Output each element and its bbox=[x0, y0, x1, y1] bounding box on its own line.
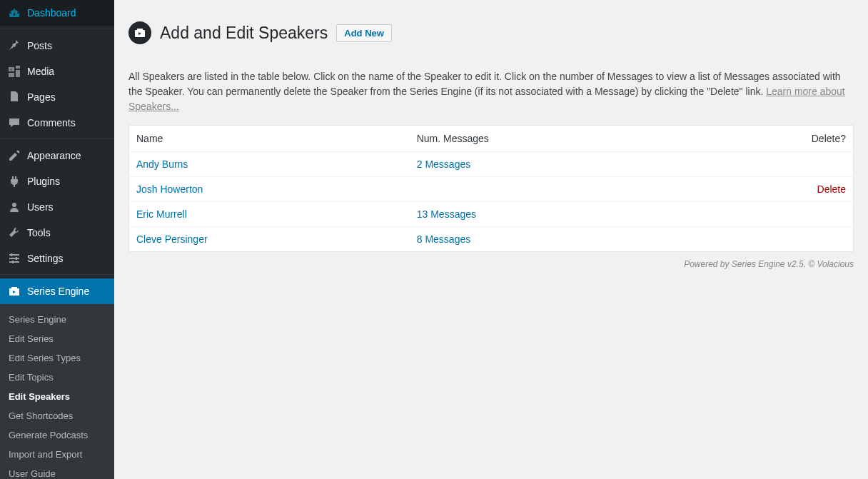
submenu-edit-speakers[interactable]: Edit Speakers bbox=[0, 387, 114, 406]
sidebar-item-label: Media bbox=[27, 66, 54, 77]
submenu-generate-podcasts[interactable]: Generate Podcasts bbox=[0, 425, 114, 445]
sidebar-item-media[interactable]: Media bbox=[0, 59, 114, 84]
speakers-table: Name Num. Messages Delete? Andy Burns 2 … bbox=[128, 125, 854, 252]
comments-icon bbox=[7, 116, 21, 130]
pages-icon bbox=[7, 90, 21, 104]
plugins-icon bbox=[7, 174, 21, 188]
table-row: Eric Murrell 13 Messages bbox=[129, 202, 854, 227]
main-content: Add and Edit Speakers Add New All Speake… bbox=[114, 0, 868, 479]
sidebar-item-comments[interactable]: Comments bbox=[0, 110, 114, 136]
speaker-name-link[interactable]: Josh Howerton bbox=[136, 183, 203, 195]
submenu-edit-series[interactable]: Edit Series bbox=[0, 329, 114, 348]
svg-rect-4 bbox=[11, 253, 12, 256]
sidebar-item-tools[interactable]: Tools bbox=[0, 220, 114, 246]
sidebar-item-appearance[interactable]: Appearance bbox=[0, 143, 114, 168]
submenu-series-engine[interactable]: Series Engine bbox=[0, 310, 114, 329]
submenu-edit-topics[interactable]: Edit Topics bbox=[0, 368, 114, 387]
sidebar-separator bbox=[0, 136, 114, 139]
sidebar-item-label: Users bbox=[27, 201, 54, 213]
sidebar-item-label: Appearance bbox=[27, 150, 81, 161]
sidebar-item-series-engine[interactable]: Series Engine bbox=[0, 278, 114, 304]
sidebar-item-label: Plugins bbox=[27, 176, 60, 187]
sidebar-item-pages[interactable]: Pages bbox=[0, 84, 114, 110]
sidebar-item-label: Posts bbox=[27, 40, 52, 51]
table-row: Josh Howerton Delete bbox=[129, 177, 854, 202]
footer-credit: Powered by Series Engine v2.5, © Volacio… bbox=[128, 259, 854, 269]
table-header-name: Name bbox=[129, 126, 410, 152]
sidebar-item-label: Pages bbox=[27, 91, 56, 103]
speaker-name-link[interactable]: Eric Murrell bbox=[136, 208, 187, 220]
add-new-button[interactable]: Add New bbox=[336, 24, 392, 42]
users-icon bbox=[7, 200, 21, 214]
description-text: All Speakers are listed in the table bel… bbox=[128, 71, 841, 97]
submenu-user-guide[interactable]: User Guide bbox=[0, 464, 114, 479]
tools-icon bbox=[7, 226, 21, 240]
admin-sidebar: Dashboard Posts Media Pages Comments App… bbox=[0, 0, 114, 479]
sidebar-separator bbox=[0, 26, 114, 29]
series-engine-icon bbox=[7, 284, 21, 298]
pin-icon bbox=[7, 39, 21, 53]
submenu-get-shortcodes[interactable]: Get Shortcodes bbox=[0, 406, 114, 425]
series-engine-header-icon bbox=[128, 21, 151, 44]
submenu-edit-series-types[interactable]: Edit Series Types bbox=[0, 348, 114, 368]
media-icon bbox=[7, 64, 21, 79]
table-header-row: Name Num. Messages Delete? bbox=[129, 126, 854, 152]
sidebar-item-dashboard[interactable]: Dashboard bbox=[0, 0, 114, 26]
page-header: Add and Edit Speakers Add New bbox=[128, 7, 854, 55]
table-header-messages: Num. Messages bbox=[410, 126, 693, 152]
delete-link[interactable]: Delete bbox=[817, 183, 846, 195]
svg-rect-8 bbox=[11, 287, 17, 288]
speaker-name-link[interactable]: Cleve Persinger bbox=[136, 233, 208, 245]
dashboard-icon bbox=[7, 6, 21, 20]
sidebar-item-label: Series Engine bbox=[27, 286, 89, 297]
page-title: Add and Edit Speakers bbox=[160, 24, 328, 43]
svg-point-0 bbox=[12, 203, 16, 207]
svg-rect-3 bbox=[9, 261, 19, 263]
table-row: Cleve Persinger 8 Messages bbox=[129, 227, 854, 252]
sidebar-item-settings[interactable]: Settings bbox=[0, 246, 114, 271]
sidebar-item-label: Comments bbox=[27, 117, 76, 128]
table-row: Andy Burns 2 Messages bbox=[129, 152, 854, 177]
submenu-import-export[interactable]: Import and Export bbox=[0, 445, 114, 464]
messages-count-link[interactable]: 13 Messages bbox=[417, 208, 476, 220]
speaker-name-link[interactable]: Andy Burns bbox=[136, 158, 188, 170]
sidebar-item-plugins[interactable]: Plugins bbox=[0, 168, 114, 194]
sidebar-separator bbox=[0, 271, 114, 275]
svg-rect-5 bbox=[16, 257, 17, 260]
sidebar-item-label: Tools bbox=[27, 227, 51, 238]
svg-rect-2 bbox=[9, 258, 19, 259]
sidebar-item-users[interactable]: Users bbox=[0, 194, 114, 220]
messages-count-link[interactable]: 2 Messages bbox=[417, 158, 470, 170]
svg-rect-6 bbox=[12, 261, 14, 263]
appearance-icon bbox=[7, 148, 21, 163]
page-description: All Speakers are listed in the table bel… bbox=[128, 69, 854, 114]
sidebar-item-label: Settings bbox=[27, 253, 64, 264]
sidebar-item-label: Dashboard bbox=[27, 7, 76, 19]
table-header-delete: Delete? bbox=[692, 126, 853, 152]
messages-count-link[interactable]: 8 Messages bbox=[417, 233, 470, 245]
sidebar-submenu: Series Engine Edit Series Edit Series Ty… bbox=[0, 304, 114, 479]
settings-icon bbox=[7, 251, 21, 266]
svg-rect-10 bbox=[137, 29, 143, 30]
sidebar-item-posts[interactable]: Posts bbox=[0, 33, 114, 59]
